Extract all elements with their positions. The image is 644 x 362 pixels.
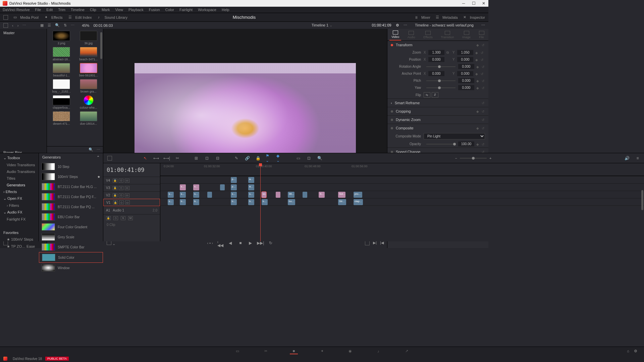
timeline-clip[interactable] xyxy=(207,192,212,198)
track-view-icon[interactable]: ▭ xyxy=(125,193,129,197)
menu-color[interactable]: Color xyxy=(165,8,174,12)
media-search-icon[interactable]: 🔍 xyxy=(89,147,93,152)
media-clip[interactable]: 2.png xyxy=(49,31,74,45)
zoom-fit-icon[interactable]: ⊡ xyxy=(306,155,312,161)
pitch-input[interactable] xyxy=(458,78,474,83)
go-start-button[interactable]: |◀ xyxy=(380,241,384,245)
timeline-view-icon[interactable] xyxy=(107,155,113,161)
menu-trim[interactable]: Trim xyxy=(58,8,65,12)
playhead[interactable] xyxy=(260,163,261,241)
timeline-clip[interactable] xyxy=(276,192,280,198)
list-view-icon[interactable]: ☰ xyxy=(48,23,51,27)
maximize-button[interactable]: ☐ xyxy=(472,1,476,5)
generator-ebu-color-bar[interactable]: EBU Color Bar xyxy=(39,212,103,222)
pos-y-input[interactable] xyxy=(457,57,473,62)
zoom-level[interactable]: 45% xyxy=(82,23,89,27)
favorite-item[interactable]: ★ TP ZO… Ease xyxy=(0,243,39,250)
dynamic-zoom-section[interactable]: Dynamic Zoom↺ xyxy=(387,116,488,124)
media-clip[interactable]: brown gra... xyxy=(76,79,101,93)
filters-item[interactable]: › Filters xyxy=(0,202,39,209)
pitch-slider[interactable] xyxy=(426,80,455,81)
timeline-clip[interactable]: b... xyxy=(248,199,254,205)
media-clip[interactable]: beach-3471... xyxy=(76,47,101,61)
effects-btn[interactable]: ✦Effects xyxy=(45,15,62,20)
zoom-out-button[interactable]: − xyxy=(455,156,457,160)
menu-workspace[interactable]: Workspace xyxy=(198,8,216,12)
favorite-item[interactable]: ★ 100mV Steps xyxy=(0,236,39,243)
menu-clip[interactable]: Clip xyxy=(90,8,96,12)
zoom-y-input[interactable] xyxy=(457,50,473,55)
generator-100mv-steps[interactable]: 100mV Steps★ xyxy=(39,172,103,182)
menu-fusion[interactable]: Fusion xyxy=(149,8,160,12)
media-clip[interactable]: desert-471... xyxy=(49,111,74,125)
timeline-clip[interactable] xyxy=(303,192,307,198)
zoom-reset[interactable]: ↺ xyxy=(481,51,484,54)
menu-edit[interactable]: Edit xyxy=(46,8,53,12)
timeline-clip[interactable]: p... xyxy=(231,177,237,183)
track-header-v2[interactable]: V2🔒◇▭ xyxy=(103,191,160,199)
track-v1[interactable]: s...b...b...b...b...b...bo...Str...clap.… xyxy=(160,198,488,205)
timeline-clip[interactable]: sc... xyxy=(262,192,266,198)
dynamic-trim-tool[interactable]: ⟷| xyxy=(164,155,170,161)
timeline-clip[interactable]: s... xyxy=(231,192,237,198)
yaw-input[interactable] xyxy=(458,85,474,90)
track-header-v3[interactable]: V3🔒◇▭ xyxy=(103,184,160,191)
master-bin[interactable]: Master xyxy=(0,29,47,37)
audio-mute-button[interactable]: M xyxy=(128,216,133,220)
fx-category-generators[interactable]: Generators xyxy=(0,182,39,188)
track-view-icon[interactable]: ▭ xyxy=(125,179,129,183)
timeline-clip[interactable]: Sol... xyxy=(338,192,345,198)
timeline-clip[interactable]: Str... xyxy=(338,199,346,205)
audio-track-row[interactable] xyxy=(160,205,488,221)
track-lock-icon[interactable]: 🔒 xyxy=(113,193,117,197)
generator-grey-scale[interactable]: Grey Scale xyxy=(39,232,103,242)
dots-icon[interactable]: ⋯ xyxy=(22,23,26,27)
timeline-clip[interactable]: a... xyxy=(248,184,254,190)
timeline-clip[interactable]: b... xyxy=(262,199,268,205)
pos-x-input[interactable] xyxy=(428,57,444,62)
track-header-v1[interactable]: V1🔒◇▭ xyxy=(103,199,160,206)
timeline-clip[interactable]: p... xyxy=(231,184,237,190)
timeline-clip[interactable]: s... xyxy=(180,192,186,198)
menu-playback[interactable]: Playback xyxy=(128,8,144,12)
media-clip[interactable]: bee-561801... xyxy=(76,63,101,77)
menu-help[interactable]: Help xyxy=(222,8,229,12)
flip-h-button[interactable]: ⇋ xyxy=(424,92,430,98)
timeline-clip[interactable]: s... xyxy=(193,192,199,198)
smart-reframe-section[interactable]: ›Smart Reframe↺ xyxy=(387,99,488,107)
timeline-zoom-slider[interactable] xyxy=(460,158,487,159)
fx-category-video-transitions[interactable]: Video Transitions xyxy=(0,162,39,168)
timeline-clip[interactable]: b... xyxy=(193,199,199,205)
media-pool[interactable]: 2.png36.jpgabstract-18...beach-3471...be… xyxy=(47,29,103,146)
inspector-tab-audio[interactable]: Audio xyxy=(406,29,417,41)
media-pool-btn[interactable]: ▭Media Pool xyxy=(13,15,39,20)
audio-track-header[interactable]: A1 Audio 1 2.0 xyxy=(103,206,160,214)
timeline-clip[interactable]: 36... xyxy=(288,192,294,198)
media-clip[interactable]: clapperboa... xyxy=(49,95,74,109)
search-icon[interactable]: 🔍 xyxy=(55,23,60,27)
link-tool[interactable]: 🔗 xyxy=(244,155,250,161)
rotation-slider[interactable] xyxy=(426,66,455,67)
opacity-slider[interactable] xyxy=(426,144,455,144)
trim-tool[interactable]: ⟷ xyxy=(153,155,159,161)
zoom-detail-icon[interactable]: 🔍 xyxy=(317,155,323,161)
generator-smpte-color-bar[interactable]: SMPTE Color Bar xyxy=(39,242,103,252)
media-clip[interactable]: 36.jpg xyxy=(76,31,101,45)
audio-track-controls[interactable]: 🔒 ◇ S M xyxy=(103,214,160,222)
marker-tool[interactable]: ◆ ⌄ xyxy=(276,155,282,161)
audio-solo-button[interactable]: S xyxy=(121,216,125,220)
favorites-header[interactable]: Favorites xyxy=(0,229,39,236)
timeline-clip[interactable]: bo... xyxy=(288,199,295,205)
track-lock-icon[interactable]: 🔒 xyxy=(113,200,118,204)
close-button[interactable]: ✕ xyxy=(482,1,486,5)
inspector-menu-icon[interactable]: ⋯ xyxy=(481,23,485,27)
generator-solid-color[interactable]: Solid Color xyxy=(39,252,103,263)
arrow-right-icon[interactable]: › xyxy=(17,23,19,27)
insert-tool[interactable]: ⊞ xyxy=(193,155,199,161)
rotation-input[interactable] xyxy=(458,64,474,69)
timeline-clip[interactable]: s... xyxy=(248,192,254,198)
menu-view[interactable]: View xyxy=(115,8,123,12)
fx-collapse-icon[interactable]: ⌃ xyxy=(97,155,100,160)
timeline-name[interactable]: Timeline 1 ⌄ xyxy=(312,23,332,27)
track-lock-icon[interactable]: 🔒 xyxy=(113,179,117,183)
